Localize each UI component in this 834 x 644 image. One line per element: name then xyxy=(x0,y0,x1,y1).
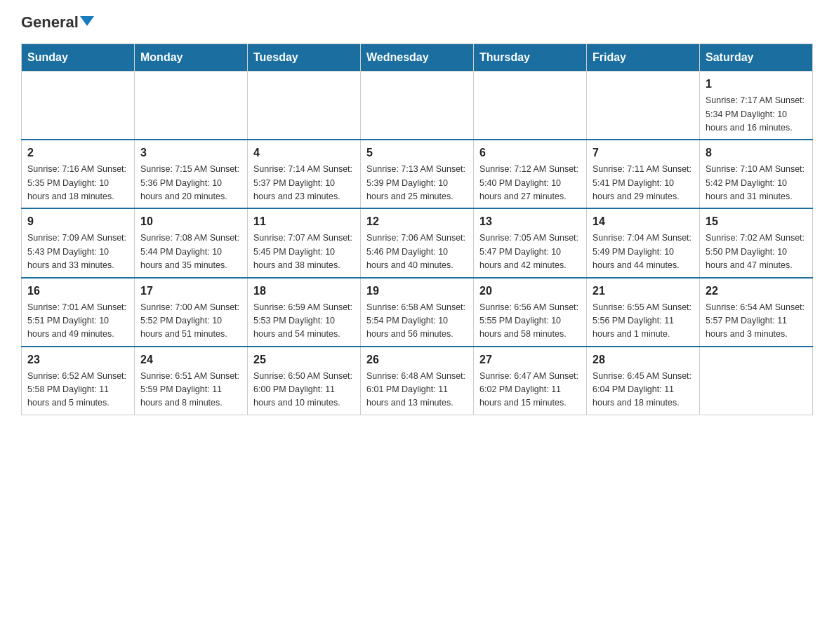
day-number: 7 xyxy=(593,145,694,161)
day-info: Sunrise: 6:52 AM Sunset: 5:58 PM Dayligh… xyxy=(27,370,128,410)
day-number: 18 xyxy=(253,283,355,300)
calendar-cell: 13Sunrise: 7:05 AM Sunset: 5:47 PM Dayli… xyxy=(474,208,587,277)
day-info: Sunrise: 6:54 AM Sunset: 5:57 PM Dayligh… xyxy=(706,301,807,342)
day-number: 5 xyxy=(366,145,468,161)
day-number: 19 xyxy=(366,283,468,300)
calendar-cell: 24Sunrise: 6:51 AM Sunset: 5:59 PM Dayli… xyxy=(135,347,248,415)
calendar-cell: 18Sunrise: 6:59 AM Sunset: 5:53 PM Dayli… xyxy=(248,278,361,347)
day-info: Sunrise: 7:05 AM Sunset: 5:47 PM Dayligh… xyxy=(479,232,581,272)
calendar-week-row: 16Sunrise: 7:01 AM Sunset: 5:51 PM Dayli… xyxy=(22,278,813,347)
calendar-cell: 28Sunrise: 6:45 AM Sunset: 6:04 PM Dayli… xyxy=(587,347,700,415)
day-info: Sunrise: 6:47 AM Sunset: 6:02 PM Dayligh… xyxy=(479,370,581,410)
calendar-cell: 3Sunrise: 7:15 AM Sunset: 5:36 PM Daylig… xyxy=(135,140,248,208)
day-info: Sunrise: 6:59 AM Sunset: 5:53 PM Dayligh… xyxy=(253,301,355,342)
weekday-header-friday: Friday xyxy=(587,44,700,72)
calendar-cell: 6Sunrise: 7:12 AM Sunset: 5:40 PM Daylig… xyxy=(474,140,587,208)
weekday-header-row: SundayMondayTuesdayWednesdayThursdayFrid… xyxy=(22,44,813,72)
day-number: 10 xyxy=(140,213,241,230)
calendar-cell: 11Sunrise: 7:07 AM Sunset: 5:45 PM Dayli… xyxy=(248,208,361,277)
calendar-cell: 25Sunrise: 6:50 AM Sunset: 6:00 PM Dayli… xyxy=(248,347,361,415)
day-number: 26 xyxy=(366,351,468,368)
day-info: Sunrise: 7:01 AM Sunset: 5:51 PM Dayligh… xyxy=(27,301,128,342)
logo-text: General xyxy=(21,14,94,31)
day-number: 8 xyxy=(706,145,807,161)
calendar-cell: 8Sunrise: 7:10 AM Sunset: 5:42 PM Daylig… xyxy=(700,140,813,208)
calendar-cell: 15Sunrise: 7:02 AM Sunset: 5:50 PM Dayli… xyxy=(700,208,813,277)
day-info: Sunrise: 6:50 AM Sunset: 6:00 PM Dayligh… xyxy=(253,370,355,410)
day-number: 28 xyxy=(593,351,694,368)
calendar-cell: 14Sunrise: 7:04 AM Sunset: 5:49 PM Dayli… xyxy=(587,208,700,277)
day-number: 24 xyxy=(140,351,241,368)
weekday-header-sunday: Sunday xyxy=(22,44,135,72)
calendar-cell: 23Sunrise: 6:52 AM Sunset: 5:58 PM Dayli… xyxy=(22,347,135,415)
calendar-cell xyxy=(22,72,135,140)
day-number: 17 xyxy=(140,283,241,300)
calendar-table: SundayMondayTuesdayWednesdayThursdayFrid… xyxy=(21,43,813,415)
day-info: Sunrise: 7:02 AM Sunset: 5:50 PM Dayligh… xyxy=(706,232,807,272)
calendar-cell: 19Sunrise: 6:58 AM Sunset: 5:54 PM Dayli… xyxy=(361,278,474,347)
day-number: 6 xyxy=(479,145,581,161)
calendar-cell: 9Sunrise: 7:09 AM Sunset: 5:43 PM Daylig… xyxy=(22,208,135,277)
day-number: 4 xyxy=(253,145,355,161)
day-info: Sunrise: 7:09 AM Sunset: 5:43 PM Dayligh… xyxy=(27,232,128,272)
day-number: 13 xyxy=(479,213,581,230)
day-info: Sunrise: 6:58 AM Sunset: 5:54 PM Dayligh… xyxy=(366,301,468,342)
calendar-cell xyxy=(587,72,700,140)
day-number: 12 xyxy=(366,213,468,230)
day-number: 20 xyxy=(479,283,581,300)
day-info: Sunrise: 6:48 AM Sunset: 6:01 PM Dayligh… xyxy=(366,370,468,410)
weekday-header-wednesday: Wednesday xyxy=(361,44,474,72)
calendar-week-row: 1Sunrise: 7:17 AM Sunset: 5:34 PM Daylig… xyxy=(22,72,813,140)
day-info: Sunrise: 7:04 AM Sunset: 5:49 PM Dayligh… xyxy=(593,232,694,272)
day-number: 11 xyxy=(253,213,355,230)
calendar-cell: 5Sunrise: 7:13 AM Sunset: 5:39 PM Daylig… xyxy=(361,140,474,208)
calendar-cell xyxy=(135,72,248,140)
calendar-week-row: 2Sunrise: 7:16 AM Sunset: 5:35 PM Daylig… xyxy=(22,140,813,208)
weekday-header-saturday: Saturday xyxy=(700,44,813,72)
day-number: 15 xyxy=(706,213,807,230)
day-info: Sunrise: 7:00 AM Sunset: 5:52 PM Dayligh… xyxy=(140,301,241,342)
day-info: Sunrise: 7:06 AM Sunset: 5:46 PM Dayligh… xyxy=(366,232,468,272)
calendar-cell xyxy=(361,72,474,140)
calendar-cell xyxy=(248,72,361,140)
calendar-cell: 7Sunrise: 7:11 AM Sunset: 5:41 PM Daylig… xyxy=(587,140,700,208)
day-info: Sunrise: 7:14 AM Sunset: 5:37 PM Dayligh… xyxy=(253,163,355,203)
day-info: Sunrise: 7:12 AM Sunset: 5:40 PM Dayligh… xyxy=(479,163,581,203)
day-info: Sunrise: 6:55 AM Sunset: 5:56 PM Dayligh… xyxy=(593,301,694,342)
calendar-cell: 2Sunrise: 7:16 AM Sunset: 5:35 PM Daylig… xyxy=(22,140,135,208)
calendar-cell: 12Sunrise: 7:06 AM Sunset: 5:46 PM Dayli… xyxy=(361,208,474,277)
logo-triangle-icon xyxy=(80,16,94,26)
calendar-week-row: 23Sunrise: 6:52 AM Sunset: 5:58 PM Dayli… xyxy=(22,347,813,415)
calendar-cell: 10Sunrise: 7:08 AM Sunset: 5:44 PM Dayli… xyxy=(135,208,248,277)
day-number: 27 xyxy=(479,351,581,368)
day-info: Sunrise: 6:51 AM Sunset: 5:59 PM Dayligh… xyxy=(140,370,241,410)
weekday-header-thursday: Thursday xyxy=(474,44,587,72)
day-info: Sunrise: 7:11 AM Sunset: 5:41 PM Dayligh… xyxy=(593,163,694,203)
day-info: Sunrise: 7:08 AM Sunset: 5:44 PM Dayligh… xyxy=(140,232,241,272)
calendar-cell: 27Sunrise: 6:47 AM Sunset: 6:02 PM Dayli… xyxy=(474,347,587,415)
weekday-header-monday: Monday xyxy=(135,44,248,72)
day-info: Sunrise: 7:13 AM Sunset: 5:39 PM Dayligh… xyxy=(366,163,468,203)
calendar-cell: 16Sunrise: 7:01 AM Sunset: 5:51 PM Dayli… xyxy=(22,278,135,347)
calendar-cell: 26Sunrise: 6:48 AM Sunset: 6:01 PM Dayli… xyxy=(361,347,474,415)
calendar-cell xyxy=(700,347,813,415)
day-info: Sunrise: 7:10 AM Sunset: 5:42 PM Dayligh… xyxy=(706,163,807,203)
day-number: 9 xyxy=(27,213,128,230)
day-number: 25 xyxy=(253,351,355,368)
page-header: General xyxy=(21,14,813,31)
calendar-cell: 20Sunrise: 6:56 AM Sunset: 5:55 PM Dayli… xyxy=(474,278,587,347)
day-number: 1 xyxy=(706,76,807,93)
logo: General xyxy=(21,14,94,31)
day-number: 3 xyxy=(140,145,241,161)
calendar-cell: 4Sunrise: 7:14 AM Sunset: 5:37 PM Daylig… xyxy=(248,140,361,208)
day-info: Sunrise: 6:45 AM Sunset: 6:04 PM Dayligh… xyxy=(593,370,694,410)
calendar-cell: 17Sunrise: 7:00 AM Sunset: 5:52 PM Dayli… xyxy=(135,278,248,347)
day-number: 22 xyxy=(706,283,807,300)
weekday-header-tuesday: Tuesday xyxy=(248,44,361,72)
day-info: Sunrise: 7:16 AM Sunset: 5:35 PM Dayligh… xyxy=(27,163,128,203)
calendar-cell: 1Sunrise: 7:17 AM Sunset: 5:34 PM Daylig… xyxy=(700,72,813,140)
day-number: 2 xyxy=(27,145,128,161)
day-info: Sunrise: 7:07 AM Sunset: 5:45 PM Dayligh… xyxy=(253,232,355,272)
day-number: 16 xyxy=(27,283,128,300)
calendar-cell: 22Sunrise: 6:54 AM Sunset: 5:57 PM Dayli… xyxy=(700,278,813,347)
